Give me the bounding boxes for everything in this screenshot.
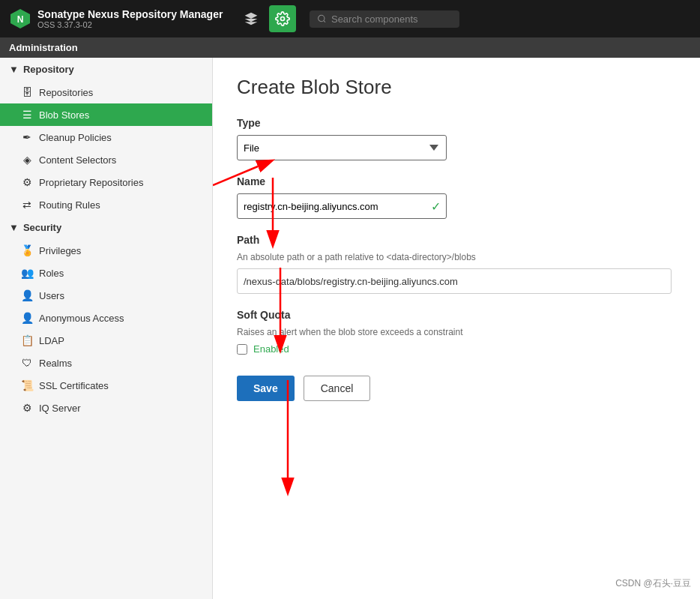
svg-point-2: [281, 17, 285, 21]
gear-icon-button[interactable]: [269, 5, 296, 32]
sidebar-item-label: Realms: [39, 358, 72, 369]
button-row: Save Cancel: [237, 376, 676, 401]
svg-line-4: [324, 20, 325, 22]
app-title-block: Sonatype Nexus Repository Manager OSS 3.…: [37, 8, 223, 29]
sidebar-item-label: IQ Server: [39, 403, 81, 414]
sidebar-item-content-selectors[interactable]: ◈ Content Selectors: [0, 148, 212, 171]
valid-check-icon: ✓: [431, 199, 441, 214]
cancel-button[interactable]: Cancel: [304, 376, 371, 401]
topbar: N Sonatype Nexus Repository Manager OSS …: [0, 0, 700, 37]
content-icon: ◈: [21, 154, 33, 166]
sidebar-item-anonymous-access[interactable]: 👤 Anonymous Access: [0, 307, 212, 329]
ssl-icon: 📜: [21, 379, 33, 391]
app-version: OSS 3.37.3-02: [37, 20, 223, 29]
sidebar-item-label: SSL Certificates: [39, 380, 109, 391]
sidebar-item-label: Privileges: [39, 245, 81, 256]
sidebar-item-label: Blob Stores: [39, 109, 89, 121]
path-section: Path An absolute path or a path relative…: [237, 234, 676, 294]
type-select[interactable]: File S3: [237, 135, 447, 160]
enabled-checkbox[interactable]: [237, 344, 247, 355]
path-hint: An absolute path or a path relative to <…: [237, 252, 676, 262]
app-logo: N Sonatype Nexus Repository Manager OSS …: [9, 7, 223, 30]
name-input-wrapper: ✓: [237, 193, 447, 219]
sidebar-item-repositories[interactable]: Repositories: [0, 81, 212, 103]
roles-icon: 👥: [21, 267, 33, 279]
sidebar-item-label: Roles: [39, 268, 64, 279]
enabled-label: Enabled: [253, 343, 289, 355]
blob-icon: ☰: [21, 109, 33, 121]
sidebar-item-roles[interactable]: 👥 Roles: [0, 262, 212, 284]
admin-bar-label: Administration: [9, 42, 78, 53]
search-input[interactable]: [331, 13, 452, 25]
svg-text:N: N: [17, 14, 24, 25]
sidebar-item-proprietary-repos[interactable]: ⚙ Proprietary Repositories: [0, 171, 212, 193]
soft-quota-label: Soft Quota: [237, 309, 676, 321]
security-section-label: Security: [23, 222, 61, 233]
sidebar-item-label: Content Selectors: [39, 154, 116, 166]
caret-down-icon: ▼: [9, 222, 19, 233]
sidebar-item-label: Users: [39, 290, 64, 301]
sidebar-section-repository[interactable]: ▼ Repository: [0, 58, 212, 81]
sidebar-item-label: LDAP: [39, 335, 64, 346]
soft-quota-section: Soft Quota Raises an alert when the blob…: [237, 309, 676, 355]
sidebar-item-label: Proprietary Repositories: [39, 177, 143, 188]
sidebar-section-security[interactable]: ▼ Security: [0, 216, 212, 239]
name-input[interactable]: [237, 193, 447, 219]
cube-icon-button[interactable]: [238, 5, 265, 32]
enabled-row: Enabled: [237, 343, 676, 355]
admin-bar: Administration: [0, 37, 700, 58]
name-label: Name: [237, 175, 676, 187]
repo-icon: [21, 86, 33, 98]
sidebar-item-cleanup-policies[interactable]: ✒ Cleanup Policies: [0, 126, 212, 148]
path-input[interactable]: [237, 268, 672, 294]
anon-icon: 👤: [21, 312, 33, 324]
type-section: Type File S3: [237, 117, 676, 160]
sidebar-item-label: Cleanup Policies: [39, 132, 112, 143]
sidebar-item-privileges[interactable]: 🏅 Privileges: [0, 239, 212, 262]
sidebar-item-users[interactable]: 👤 Users: [0, 284, 212, 307]
gear-icon: [275, 11, 290, 26]
main-layout: ▼ Repository Repositories ☰ Blob Stores …: [0, 58, 700, 599]
sidebar-item-blob-stores[interactable]: ☰ Blob Stores: [0, 103, 212, 126]
sidebar-item-label: Anonymous Access: [39, 313, 124, 324]
ldap-icon: 📋: [21, 334, 33, 346]
sidebar-item-realms[interactable]: 🛡 Realms: [0, 352, 212, 374]
path-label: Path: [237, 234, 676, 246]
sidebar-item-routing-rules[interactable]: ⇄ Routing Rules: [0, 193, 212, 216]
sidebar-item-ssl-certificates[interactable]: 📜 SSL Certificates: [0, 374, 212, 397]
search-icon: [317, 13, 327, 24]
sidebar-item-ldap[interactable]: 📋 LDAP: [0, 329, 212, 352]
realms-icon: 🛡: [21, 357, 33, 369]
cube-icon: [244, 11, 259, 26]
sidebar-item-iq-server[interactable]: ⚙ IQ Server: [0, 397, 212, 419]
proprietary-icon: ⚙: [21, 176, 33, 188]
app-name: Sonatype Nexus Repository Manager: [37, 8, 223, 20]
repository-section-label: Repository: [23, 64, 74, 75]
soft-quota-hint: Raises an alert when the blob store exce…: [237, 327, 676, 337]
type-label: Type: [237, 117, 676, 129]
page-title: Create Blob Store: [237, 76, 676, 99]
sidebar: ▼ Repository Repositories ☰ Blob Stores …: [0, 58, 213, 599]
caret-down-icon: ▼: [9, 64, 19, 75]
cleanup-icon: ✒: [21, 131, 33, 143]
routing-icon: ⇄: [21, 199, 33, 211]
privileges-icon: 🏅: [21, 244, 33, 256]
sidebar-item-label: Repositories: [39, 87, 93, 98]
svg-point-3: [319, 15, 325, 21]
topbar-icons: [238, 5, 296, 32]
name-section: Name ✓: [237, 175, 676, 219]
search-bar[interactable]: [310, 10, 459, 28]
content-area: Create Blob Store Type File S3 Name ✓ Pa…: [213, 58, 700, 599]
users-icon: 👤: [21, 289, 33, 301]
nexus-logo-icon: N: [9, 7, 31, 30]
iq-icon: ⚙: [21, 402, 33, 414]
watermark: CSDN @石头·豆豆: [615, 577, 691, 590]
save-button[interactable]: Save: [237, 376, 295, 401]
sidebar-item-label: Routing Rules: [39, 199, 100, 211]
